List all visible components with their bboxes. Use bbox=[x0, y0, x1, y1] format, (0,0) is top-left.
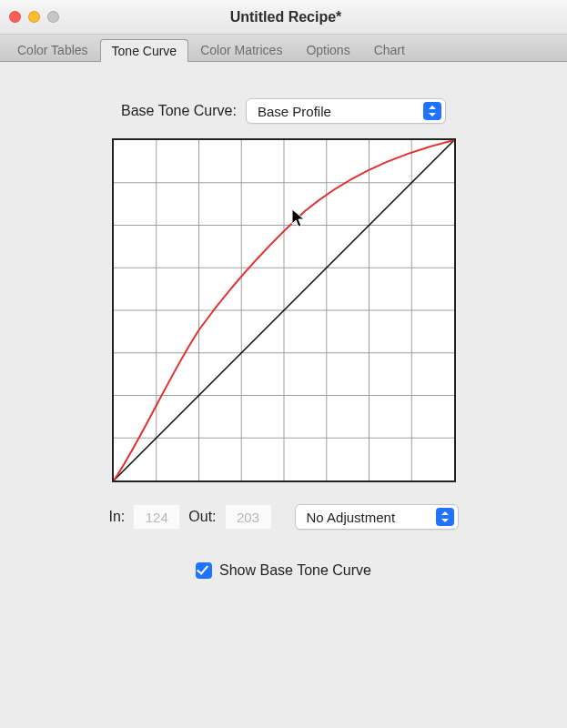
in-value-field[interactable]: 124 bbox=[134, 505, 179, 529]
tab-color-matrices[interactable]: Color Matrices bbox=[188, 38, 294, 61]
traffic-lights bbox=[9, 11, 59, 23]
base-curve-select[interactable]: Base Profile bbox=[246, 98, 446, 124]
content: Base Tone Curve: Base Profile bbox=[0, 62, 567, 597]
show-base-label: Show Base Tone Curve bbox=[219, 562, 371, 579]
chevron-up-down-icon bbox=[423, 102, 441, 120]
tab-color-tables[interactable]: Color Tables bbox=[5, 38, 100, 61]
adjustment-select[interactable]: No Adjustment bbox=[295, 504, 459, 530]
chevron-up-down-icon bbox=[436, 508, 454, 526]
window-title: Untitled Recipe* bbox=[59, 9, 512, 25]
tab-chart[interactable]: Chart bbox=[362, 38, 417, 61]
adjustment-select-value: No Adjustment bbox=[307, 510, 396, 525]
minimize-icon[interactable] bbox=[28, 11, 40, 23]
in-label: In: bbox=[108, 509, 125, 525]
out-value-field[interactable]: 203 bbox=[226, 505, 271, 529]
base-curve-row: Base Tone Curve: Base Profile bbox=[18, 98, 549, 124]
tabbar: Color Tables Tone Curve Color Matrices O… bbox=[0, 35, 567, 62]
show-base-checkbox[interactable] bbox=[196, 562, 212, 579]
base-curve-select-value: Base Profile bbox=[258, 104, 331, 119]
tab-options[interactable]: Options bbox=[294, 38, 361, 61]
tone-curve-canvas[interactable] bbox=[112, 138, 456, 482]
close-icon[interactable] bbox=[9, 11, 21, 23]
out-label: Out: bbox=[188, 509, 216, 525]
tab-tone-curve[interactable]: Tone Curve bbox=[100, 39, 189, 62]
base-curve-label: Base Tone Curve: bbox=[121, 103, 237, 119]
io-row: In: 124 Out: 203 No Adjustment bbox=[18, 504, 549, 530]
zoom-icon[interactable] bbox=[47, 11, 59, 23]
titlebar: Untitled Recipe* bbox=[0, 0, 567, 35]
window: Untitled Recipe* Color Tables Tone Curve… bbox=[0, 0, 567, 728]
show-base-row: Show Base Tone Curve bbox=[18, 562, 549, 579]
